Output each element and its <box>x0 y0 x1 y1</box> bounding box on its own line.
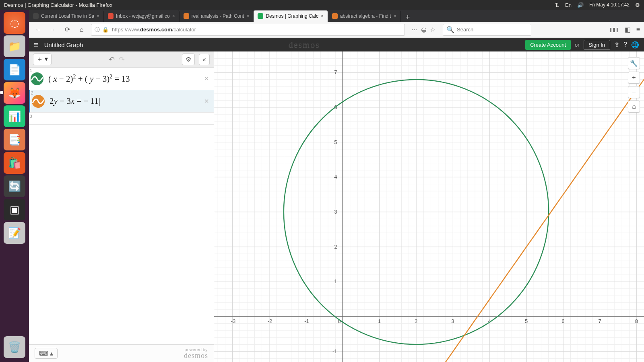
text-editor-icon[interactable]: 📝 <box>4 222 25 244</box>
close-tab-icon[interactable]: × <box>321 13 324 19</box>
panel-footer: ⌨ ▴ powered by desmos <box>29 344 214 362</box>
terminal-icon[interactable]: ▣ <box>4 199 25 220</box>
favicon <box>33 13 39 19</box>
svg-text:2: 2 <box>334 244 337 250</box>
libreoffice-impress-icon[interactable]: 📑 <box>4 129 25 150</box>
expression-panel: ＋ ▾ ↶ ↷ ⚙ « 1 ( x − 2)2 + ( y − 3)2 = 13… <box>29 51 214 362</box>
desmos-logo: desmos <box>289 39 320 50</box>
close-tab-icon[interactable]: × <box>172 13 175 19</box>
home-button[interactable]: ⌂ <box>76 26 87 33</box>
svg-text:3: 3 <box>451 318 454 324</box>
expression-math[interactable]: ( x − 2)2 + ( y − 3)2 = 13 <box>47 69 132 89</box>
sound-icon[interactable]: 🔊 <box>577 2 584 8</box>
tab-label: Current Local Time in Sa <box>41 13 94 19</box>
firefox-window: Current Local Time in Sa × Inbox - wcjag… <box>29 10 644 362</box>
expression-math[interactable] <box>45 114 48 123</box>
on-screen-keyboard-button[interactable]: ⌨ ▴ <box>35 348 58 359</box>
footer-brand: desmos <box>184 352 208 360</box>
browser-tab[interactable]: abstract algebra - Find t × <box>328 10 401 22</box>
sign-in-button[interactable]: Sign In <box>584 40 610 50</box>
graph-canvas[interactable]: -3-2-112345678-112345670 <box>214 51 644 362</box>
expression-index: 2 <box>31 91 33 95</box>
url-text: https://www.desmos.com/calculator <box>112 27 196 33</box>
zoom-in-button[interactable]: + <box>628 72 640 84</box>
close-tab-icon[interactable]: × <box>246 13 249 19</box>
tab-label: abstract algebra - Find t <box>340 13 391 19</box>
svg-text:7: 7 <box>334 69 337 75</box>
files-icon[interactable]: 📁 <box>4 35 25 57</box>
graph-settings-button[interactable]: 🔧 <box>628 57 640 69</box>
search-input[interactable] <box>457 27 528 33</box>
graph-area[interactable]: -3-2-112345678-112345670 🔧 + − ⌂ <box>214 51 644 362</box>
favicon <box>108 13 114 19</box>
site-info-icon[interactable]: ⓘ <box>95 26 100 33</box>
zoom-out-button[interactable]: − <box>628 86 640 98</box>
clock[interactable]: Fri May 4 10:17:42 <box>589 2 630 8</box>
home-zoom-button[interactable]: ⌂ <box>628 101 640 113</box>
page-actions-icon[interactable]: ⋯ <box>411 26 418 33</box>
desmos-body: ＋ ▾ ↶ ↷ ⚙ « 1 ( x − 2)2 + ( y − 3)2 = 13… <box>29 51 644 362</box>
expression-index: 1 <box>30 68 32 73</box>
sidebar-icon[interactable]: ◧ <box>625 26 631 33</box>
svg-text:7: 7 <box>598 318 601 324</box>
help-icon[interactable]: ? <box>623 41 627 48</box>
graph-title[interactable]: Untitled Graph <box>44 41 83 48</box>
pocket-icon[interactable]: ◒ <box>421 26 427 33</box>
svg-text:5: 5 <box>525 318 528 324</box>
browser-tab[interactable]: real analysis - Path Cont × <box>180 10 254 22</box>
ubuntu-launcher: ◌ 📁 📄 🦊 📊 📑 🛍️ 🔄 ▣ 📝 🗑️ <box>0 10 29 362</box>
tab-label: Inbox - wcjagy@gmail.co <box>116 13 170 19</box>
search-box[interactable]: 🔍 <box>443 24 531 36</box>
expression-math[interactable]: 2y − 3x = − 11| <box>48 91 102 111</box>
svg-text:-1: -1 <box>304 318 309 324</box>
forward-button[interactable]: → <box>47 26 58 33</box>
collapse-panel-button[interactable]: « <box>199 54 210 65</box>
software-center-icon[interactable]: 🛍️ <box>4 152 25 174</box>
url-bar[interactable]: ⓘ 🔒 https://www.desmos.com/calculator <box>91 24 405 36</box>
share-icon[interactable]: ⇪ <box>614 41 619 49</box>
close-tab-icon[interactable]: × <box>97 13 99 19</box>
libreoffice-writer-icon[interactable]: 📄 <box>4 59 25 80</box>
reload-button[interactable]: ⟳ <box>62 26 72 33</box>
tab-label: real analysis - Path Cont <box>192 13 244 19</box>
network-icon[interactable]: ⇅ <box>555 2 559 8</box>
svg-text:-3: -3 <box>231 318 236 324</box>
new-tab-button[interactable]: + <box>401 13 415 22</box>
undo-button[interactable]: ↶ <box>109 55 115 64</box>
delete-expression-icon[interactable]: × <box>204 74 209 83</box>
expression-row[interactable]: 3 <box>29 113 214 125</box>
browser-tab[interactable]: Desmos | Graphing Calc × <box>254 10 328 22</box>
bookmark-star-icon[interactable]: ☆ <box>430 26 436 33</box>
software-updater-icon[interactable]: 🔄 <box>4 175 25 197</box>
create-account-button[interactable]: Create Account <box>525 40 571 50</box>
firefox-icon[interactable]: 🦊 <box>4 82 25 104</box>
expression-settings-button[interactable]: ⚙ <box>182 53 195 65</box>
expression-row[interactable]: 2 2y − 3x = − 11| × <box>29 90 214 113</box>
svg-line-146 <box>214 79 644 362</box>
delete-expression-icon[interactable]: × <box>204 97 209 106</box>
browser-tab[interactable]: Current Local Time in Sa × <box>29 10 104 22</box>
app-menu-icon[interactable]: ≡ <box>636 26 640 33</box>
svg-text:3: 3 <box>334 209 337 215</box>
add-expression-button[interactable]: ＋ ▾ <box>33 53 52 65</box>
tab-strip: Current Local Time in Sa × Inbox - wcjag… <box>29 10 644 22</box>
svg-text:5: 5 <box>334 139 337 145</box>
expression-color-chip[interactable] <box>32 95 45 108</box>
keyboard-lang[interactable]: En <box>565 2 572 8</box>
close-tab-icon[interactable]: × <box>394 13 396 19</box>
system-gear-icon[interactable]: ⚙ <box>635 2 640 8</box>
language-icon[interactable]: 🌐 <box>631 41 639 49</box>
hamburger-menu-icon[interactable]: ≡ <box>34 40 39 49</box>
back-button[interactable]: ← <box>33 26 43 33</box>
dash-icon[interactable]: ◌ <box>4 12 25 34</box>
trash-icon[interactable]: 🗑️ <box>4 336 25 358</box>
url-bar-row: ← → ⟳ ⌂ ⓘ 🔒 https://www.desmos.com/calcu… <box>29 22 644 38</box>
expression-color-chip[interactable] <box>31 72 43 85</box>
browser-tab[interactable]: Inbox - wcjagy@gmail.co × <box>104 10 180 22</box>
redo-button[interactable]: ↷ <box>119 55 125 64</box>
expression-row[interactable]: 1 ( x − 2)2 + ( y − 3)2 = 13 × <box>29 68 214 90</box>
svg-text:1: 1 <box>334 278 337 284</box>
libreoffice-calc-icon[interactable]: 📊 <box>4 105 25 127</box>
library-icon[interactable]: ⫿⫿⫿ <box>609 26 619 33</box>
expression-index: 3 <box>30 114 32 119</box>
